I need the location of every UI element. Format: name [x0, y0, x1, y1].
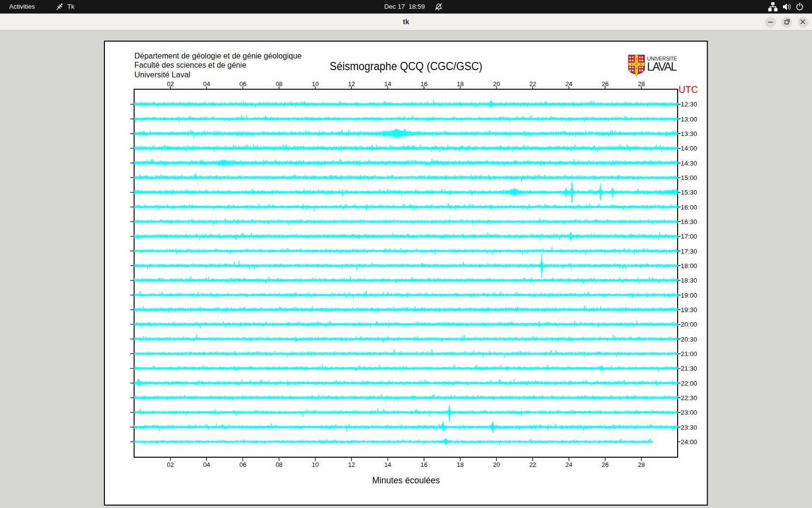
- svg-text:16:00: 16:00: [681, 204, 697, 211]
- svg-text:24:00: 24:00: [681, 438, 697, 446]
- svg-text:04: 04: [203, 461, 210, 468]
- svg-text:18: 18: [457, 80, 464, 88]
- svg-text:10: 10: [312, 80, 319, 88]
- svg-text:Faculté des sciences et de gén: Faculté des sciences et de génie: [134, 60, 246, 70]
- svg-text:Minutes écoulées: Minutes écoulées: [372, 476, 440, 485]
- svg-text:17:30: 17:30: [681, 248, 697, 255]
- svg-text:20:00: 20:00: [681, 321, 697, 328]
- svg-text:28: 28: [638, 461, 645, 468]
- svg-text:16:30: 16:30: [681, 218, 697, 225]
- svg-text:12:30: 12:30: [681, 101, 697, 108]
- svg-text:26: 26: [602, 80, 609, 88]
- svg-text:26: 26: [602, 461, 609, 468]
- svg-text:20: 20: [493, 461, 500, 468]
- svg-text:14:00: 14:00: [681, 145, 697, 152]
- svg-text:13:00: 13:00: [681, 116, 697, 123]
- svg-text:06: 06: [239, 80, 246, 88]
- svg-text:19:00: 19:00: [681, 292, 697, 299]
- svg-text:14:30: 14:30: [681, 160, 697, 167]
- svg-text:13:30: 13:30: [681, 130, 697, 137]
- svg-text:Séismographe QCQ (CGC/GSC): Séismographe QCQ (CGC/GSC): [330, 60, 482, 73]
- svg-text:08: 08: [276, 80, 282, 88]
- svg-text:22: 22: [529, 80, 536, 88]
- svg-text:20: 20: [493, 80, 500, 88]
- svg-text:19:30: 19:30: [681, 306, 697, 314]
- svg-text:02: 02: [167, 80, 174, 88]
- svg-text:17:00: 17:00: [681, 233, 697, 240]
- svg-text:02: 02: [167, 461, 174, 468]
- svg-text:28: 28: [638, 80, 645, 88]
- svg-text:24: 24: [566, 80, 572, 88]
- svg-text:22:30: 22:30: [681, 394, 697, 402]
- svg-text:15:30: 15:30: [681, 189, 697, 196]
- svg-text:14: 14: [384, 80, 391, 88]
- svg-text:06: 06: [239, 461, 246, 468]
- svg-text:LAVAL: LAVAL: [647, 60, 678, 73]
- svg-text:18: 18: [457, 461, 464, 468]
- svg-text:22:00: 22:00: [681, 380, 697, 387]
- svg-text:23:00: 23:00: [681, 409, 697, 416]
- svg-text:UTC: UTC: [679, 84, 698, 95]
- svg-text:10: 10: [312, 461, 319, 468]
- svg-text:Université Laval: Université Laval: [134, 70, 190, 79]
- svg-text:16: 16: [420, 461, 427, 468]
- svg-text:18:30: 18:30: [681, 277, 697, 284]
- svg-text:12: 12: [348, 461, 355, 468]
- svg-text:08: 08: [276, 461, 282, 468]
- svg-text:21:00: 21:00: [681, 350, 697, 358]
- svg-text:24: 24: [566, 461, 572, 468]
- svg-text:21:30: 21:30: [681, 365, 697, 372]
- svg-text:22: 22: [529, 461, 536, 468]
- svg-text:23:30: 23:30: [681, 424, 697, 431]
- svg-text:15:00: 15:00: [681, 174, 697, 181]
- svg-text:04: 04: [203, 80, 210, 88]
- svg-text:12: 12: [348, 80, 355, 88]
- svg-text:18:00: 18:00: [681, 262, 697, 269]
- svg-text:16: 16: [420, 80, 427, 88]
- svg-text:Département de géologie et de: Département de géologie et de génie géol…: [134, 51, 302, 60]
- svg-text:14: 14: [384, 461, 391, 468]
- svg-text:20:30: 20:30: [681, 336, 697, 343]
